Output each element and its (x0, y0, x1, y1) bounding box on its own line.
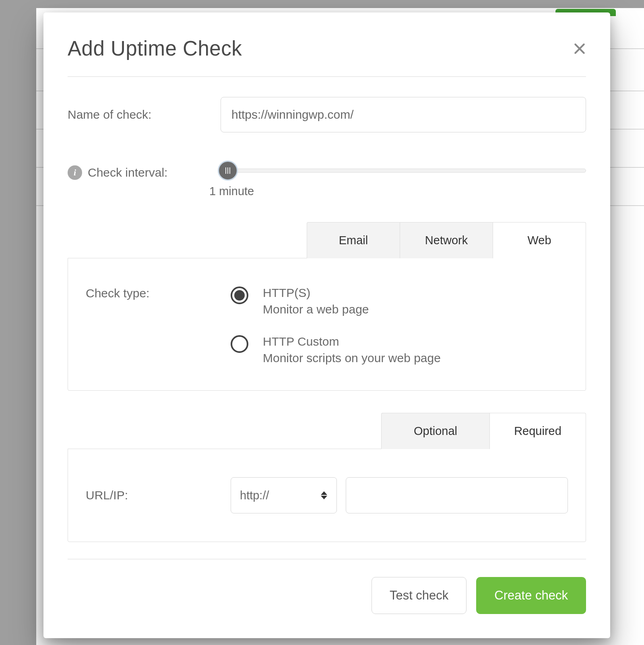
radio-subtitle: Monitor a web page (263, 301, 369, 318)
name-row: Name of check: (68, 97, 586, 132)
radio-subtitle: Monitor scripts on your web page (263, 350, 441, 367)
modal-body[interactable]: Name of check: i Check interval: 1 minut… (43, 77, 610, 559)
radio-text: HTTP Custom Monitor scripts on your web … (263, 334, 441, 366)
tab-optional[interactable]: Optional (381, 413, 490, 449)
check-type-label-col: Check type: (86, 282, 231, 300)
updown-icon (320, 491, 328, 499)
radio-title: HTTP(S) (263, 285, 369, 301)
url-ip-label: URL/IP: (86, 488, 128, 502)
url-ip-row: URL/IP: http:// (86, 477, 568, 513)
add-uptime-check-modal: Add Uptime Check Name of check: i Check … (43, 12, 610, 638)
interval-slider-area: 1 minute (221, 161, 586, 198)
name-label-col: Name of check: (68, 108, 221, 122)
tab-required[interactable]: Required (489, 413, 586, 449)
protocol-value: http:// (240, 489, 269, 502)
radio-icon (231, 335, 248, 353)
interval-label: Check interval: (88, 166, 167, 179)
info-icon[interactable]: i (68, 165, 82, 180)
check-type-row: Check type: HTTP(S) Monitor a web page (86, 282, 568, 366)
name-input[interactable] (221, 97, 586, 132)
settings-section: Optional Required URL/IP: http:// (68, 413, 586, 542)
check-type-label: Check type: (86, 286, 149, 300)
protocol-select[interactable]: http:// (231, 477, 337, 513)
check-type-section: Email Network Web Check type: HTTP(S) Mo… (68, 222, 586, 391)
radio-text: HTTP(S) Monitor a web page (263, 285, 369, 317)
interval-label-col: i Check interval: (68, 161, 221, 180)
close-icon (573, 42, 586, 55)
close-button[interactable] (569, 38, 590, 59)
interval-value: 1 minute (209, 185, 586, 198)
name-label: Name of check: (68, 108, 151, 122)
check-type-box: Check type: HTTP(S) Monitor a web page (68, 258, 586, 391)
settings-tabs: Optional Required (68, 413, 586, 449)
test-check-button[interactable]: Test check (372, 577, 466, 614)
url-ip-label-col: URL/IP: (86, 488, 231, 502)
radio-option-http-custom[interactable]: HTTP Custom Monitor scripts on your web … (231, 334, 568, 366)
radio-title: HTTP Custom (263, 334, 441, 350)
tab-email[interactable]: Email (307, 222, 400, 258)
modal-header: Add Uptime Check (43, 12, 610, 76)
tab-network[interactable]: Network (400, 222, 493, 258)
radio-option-https[interactable]: HTTP(S) Monitor a web page (231, 285, 568, 317)
url-input[interactable] (346, 477, 568, 513)
interval-slider-thumb[interactable] (218, 161, 238, 181)
create-check-button[interactable]: Create check (476, 577, 586, 614)
tab-web[interactable]: Web (493, 222, 586, 258)
check-type-radio-group: HTTP(S) Monitor a web page HTTP Custom M… (231, 282, 568, 366)
modal-title: Add Uptime Check (68, 37, 242, 60)
settings-box: URL/IP: http:// (68, 449, 586, 542)
modal-footer: Test check Create check (43, 559, 610, 638)
check-type-tabs: Email Network Web (68, 222, 586, 258)
interval-slider[interactable] (221, 169, 586, 173)
interval-row: i Check interval: 1 minute (68, 161, 586, 198)
radio-icon (231, 286, 248, 304)
